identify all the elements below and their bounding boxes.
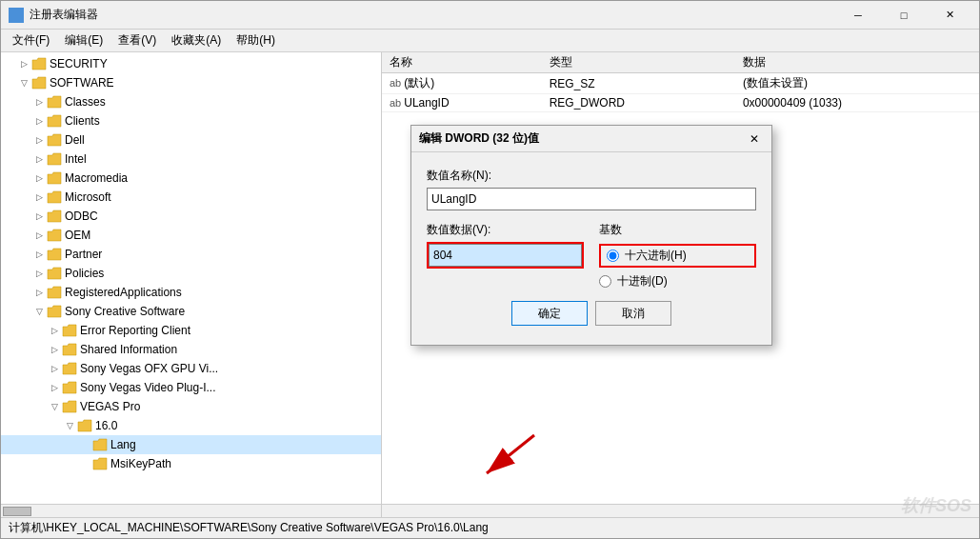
close-button[interactable]: ✕ xyxy=(928,4,971,27)
tree-item-clients[interactable]: ▷ Clients xyxy=(1,111,381,130)
base-label: 基数 xyxy=(599,222,756,238)
folder-icon-16 xyxy=(77,419,92,432)
tree-label-microsoft: Microsoft xyxy=(65,190,111,204)
folder-icon-partner xyxy=(47,248,62,261)
tree-label-error-reporting: Error Reporting Client xyxy=(80,324,190,337)
value-section: 数值数据(V): xyxy=(427,222,584,289)
tree-label-software: SOFTWARE xyxy=(50,76,114,90)
tree-item-security[interactable]: ▷ SECURITY xyxy=(1,54,381,73)
radio-dec-label: 十进制(D) xyxy=(617,273,668,289)
expand-dell[interactable]: ▷ xyxy=(31,132,47,148)
tree-item-oem[interactable]: ▷ OEM xyxy=(1,226,381,245)
ok-button[interactable]: 确定 xyxy=(511,301,588,326)
minimize-button[interactable]: ─ xyxy=(836,4,880,27)
tree-label-lang: Lang xyxy=(110,438,136,451)
folder-icon-software xyxy=(31,76,47,90)
menu-view[interactable]: 查看(V) xyxy=(110,30,164,50)
expand-16[interactable]: ▽ xyxy=(62,418,77,433)
expand-macromedia[interactable]: ▷ xyxy=(31,170,47,186)
expand-vegas-pro[interactable]: ▽ xyxy=(47,399,62,414)
tree-item-registeredapps[interactable]: ▷ RegisteredApplications xyxy=(1,283,381,302)
tree-item-lang[interactable]: ▷ Lang xyxy=(1,435,381,454)
table-row[interactable]: ab(默认) REG_SZ (数值未设置) xyxy=(382,73,979,94)
table-row[interactable]: abULangID REG_DWORD 0x00000409 (1033) xyxy=(382,94,979,112)
horizontal-scrollbar[interactable] xyxy=(1,504,979,517)
scrollbar-thumb-left[interactable] xyxy=(3,507,31,516)
base-section: 基数 十六进制(H) 十进制(D) xyxy=(599,222,756,289)
window-controls: ─ □ ✕ xyxy=(836,4,971,27)
tree-label-msikeypath: MsiKeyPath xyxy=(110,457,171,470)
dialog-buttons: 确定 取消 xyxy=(427,301,756,329)
dialog-dword: 编辑 DWORD (32 位)值 ✕ 数值名称(N): 数值数据(V): xyxy=(410,125,772,346)
expand-registeredapps[interactable]: ▷ xyxy=(31,285,47,300)
menu-help[interactable]: 帮助(H) xyxy=(229,30,283,50)
expand-classes[interactable]: ▷ xyxy=(31,94,47,110)
value-base-row: 数值数据(V): 基数 十六进制(H) xyxy=(427,222,756,289)
menu-file[interactable]: 文件(F) xyxy=(5,30,57,50)
tree-item-dell[interactable]: ▷ Dell xyxy=(1,130,381,150)
tree-item-16[interactable]: ▽ 16.0 xyxy=(1,416,381,435)
dialog-close-button[interactable]: ✕ xyxy=(745,130,764,149)
tree-item-sony-creative[interactable]: ▽ Sony Creative Software xyxy=(1,302,381,321)
folder-icon-vegas-video xyxy=(62,381,77,394)
expand-sony-creative[interactable]: ▽ xyxy=(31,304,47,319)
tree-item-odbc[interactable]: ▷ ODBC xyxy=(1,207,381,226)
dialog-title-bar: 编辑 DWORD (32 位)值 ✕ xyxy=(411,126,771,152)
tree-label-intel: Intel xyxy=(65,152,87,166)
expand-policies[interactable]: ▷ xyxy=(31,266,47,281)
cancel-button[interactable]: 取消 xyxy=(595,301,671,326)
folder-icon-security xyxy=(31,57,47,70)
menu-bar: 文件(F) 编辑(E) 查看(V) 收藏夹(A) 帮助(H) xyxy=(1,30,979,52)
folder-icon-sony-creative xyxy=(47,305,62,318)
tree-item-partner[interactable]: ▷ Partner xyxy=(1,245,381,264)
tree-label-macromedia: Macromedia xyxy=(65,171,128,185)
radio-hex[interactable]: 十六进制(H) xyxy=(599,244,756,268)
expand-clients[interactable]: ▷ xyxy=(31,113,47,129)
svg-rect-1 xyxy=(17,10,23,14)
menu-favorites[interactable]: 收藏夹(A) xyxy=(164,30,229,50)
radio-dec-input[interactable] xyxy=(599,275,611,288)
app-icon xyxy=(9,8,24,23)
expand-oem[interactable]: ▷ xyxy=(31,228,47,243)
expand-ofx[interactable]: ▷ xyxy=(47,361,62,376)
expand-shared-info[interactable]: ▷ xyxy=(47,342,62,357)
folder-icon-shared-info xyxy=(62,343,77,356)
tree-item-vegas-pro[interactable]: ▽ VEGAS Pro xyxy=(1,397,381,416)
value-input-wrapper xyxy=(427,242,584,269)
expand-odbc[interactable]: ▷ xyxy=(31,209,47,224)
tree-label-partner: Partner xyxy=(65,248,102,261)
tree-item-classes[interactable]: ▷ Classes xyxy=(1,92,381,111)
value-input[interactable] xyxy=(429,244,582,267)
folder-icon-vegas-pro xyxy=(62,400,77,413)
tree-item-microsoft[interactable]: ▷ Microsoft xyxy=(1,188,381,207)
tree-label-clients: Clients xyxy=(65,114,100,128)
maximize-button[interactable]: □ xyxy=(882,4,926,27)
radio-hex-input[interactable] xyxy=(607,250,619,262)
radio-dec[interactable]: 十进制(D) xyxy=(599,273,756,289)
tree-item-ofx[interactable]: ▷ Sony Vegas OFX GPU Vi... xyxy=(1,359,381,378)
expand-security[interactable]: ▷ xyxy=(16,56,31,71)
folder-icon-registeredapps xyxy=(47,286,62,299)
status-text: 计算机\HKEY_LOCAL_MACHINE\SOFTWARE\Sony Cre… xyxy=(9,520,489,536)
tree-pane[interactable]: ▷ SECURITY ▽ SOFTWARE xyxy=(1,52,382,504)
folder-icon-error-reporting xyxy=(62,324,77,337)
folder-icon-intel xyxy=(47,152,62,166)
expand-error-reporting[interactable]: ▷ xyxy=(47,323,62,338)
name-input[interactable] xyxy=(427,188,756,210)
tree-item-error-reporting[interactable]: ▷ Error Reporting Client xyxy=(1,321,381,340)
registry-table: 名称 类型 数据 ab(默认) REG_SZ (数值未设置) xyxy=(382,52,979,112)
expand-intel[interactable]: ▷ xyxy=(31,151,47,167)
tree-item-msikeypath[interactable]: ▷ MsiKeyPath xyxy=(1,454,381,473)
expand-software[interactable]: ▽ xyxy=(16,75,31,90)
reg-ab-icon-2: ab xyxy=(390,97,401,109)
tree-item-vegas-video[interactable]: ▷ Sony Vegas Video Plug-I... xyxy=(1,378,381,397)
menu-edit[interactable]: 编辑(E) xyxy=(57,30,110,50)
expand-microsoft[interactable]: ▷ xyxy=(31,190,47,205)
expand-partner[interactable]: ▷ xyxy=(31,247,47,262)
tree-item-shared-info[interactable]: ▷ Shared Information xyxy=(1,340,381,359)
tree-item-macromedia[interactable]: ▷ Macromedia xyxy=(1,169,381,188)
expand-vegas-video[interactable]: ▷ xyxy=(47,380,62,395)
tree-item-policies[interactable]: ▷ Policies xyxy=(1,264,381,283)
tree-item-intel[interactable]: ▷ Intel xyxy=(1,150,381,169)
tree-item-software[interactable]: ▽ SOFTWARE xyxy=(1,73,381,92)
